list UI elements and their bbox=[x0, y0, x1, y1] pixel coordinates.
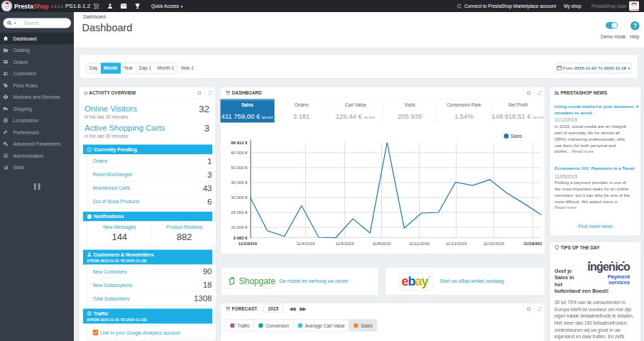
svg-text:10 000 €: 10 000 € bbox=[231, 225, 248, 229]
svg-text:11/1/2015: 11/1/2015 bbox=[239, 242, 258, 246]
svg-text:11/18/201: 11/18/201 bbox=[523, 242, 542, 246]
svg-text:60 000 €: 60 000 € bbox=[231, 151, 248, 155]
svg-text:Sales: Sales bbox=[511, 134, 523, 139]
svg-text:11/8/2015: 11/8/2015 bbox=[372, 242, 391, 246]
svg-text:66 912 €: 66 912 € bbox=[231, 141, 248, 145]
svg-text:30 000 €: 30 000 € bbox=[231, 195, 248, 200]
svg-text:3 082 €: 3 082 € bbox=[233, 236, 248, 240]
svg-text:20 000 €: 20 000 € bbox=[231, 210, 248, 215]
svg-text:11/6/2015: 11/6/2015 bbox=[335, 242, 354, 246]
svg-text:PrestaShop: PrestaShop bbox=[629, 9, 639, 11]
svg-text:40 000 €: 40 000 € bbox=[231, 180, 248, 185]
svg-text:50 000 €: 50 000 € bbox=[231, 166, 248, 170]
svg-text:11/11/2015: 11/11/2015 bbox=[409, 242, 430, 246]
svg-text:11/13/2015: 11/13/2015 bbox=[446, 242, 467, 246]
svg-text:11/15/2015: 11/15/2015 bbox=[484, 242, 505, 246]
svg-text:11/4/2015: 11/4/2015 bbox=[296, 242, 315, 246]
